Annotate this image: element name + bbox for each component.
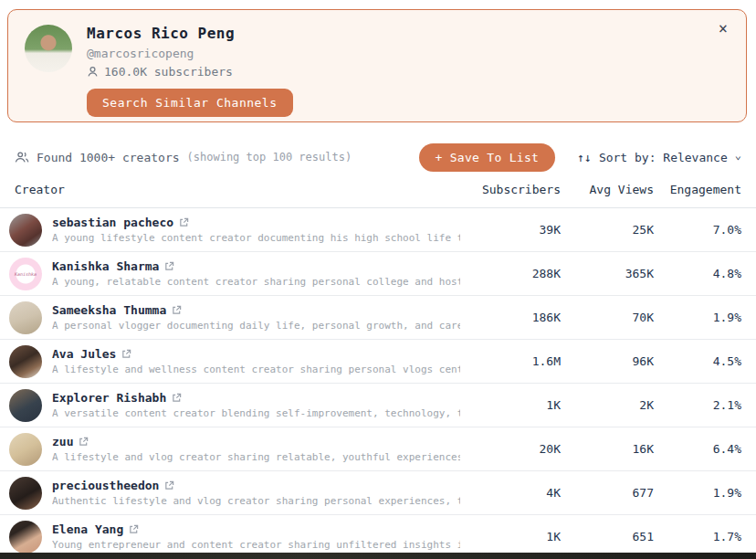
creator-description: A lifestyle and wellness content creator…: [52, 364, 460, 375]
external-link-icon[interactable]: [172, 305, 182, 315]
external-link-icon[interactable]: [129, 524, 139, 534]
creator-avatar: [9, 301, 42, 334]
avg-views-value: 677: [561, 486, 654, 500]
channel-subscribers: 160.0K subscribers: [87, 65, 293, 79]
creator-name-link[interactable]: Kanishka Sharma: [52, 259, 159, 273]
found-creators-text: Found 1000+ creators: [37, 151, 180, 164]
creator-description: A lifestyle and vlog creator sharing rel…: [52, 451, 460, 463]
results-count: Found 1000+ creators (showing top 100 re…: [15, 151, 352, 164]
sort-label: Sort by: Relevance: [599, 151, 728, 164]
engagement-value: 1.9%: [654, 486, 741, 500]
creator-description: Authentic lifestyle and vlog creator sha…: [52, 495, 460, 507]
creator-cell: Sameeksha Thumma A personal vlogger docu…: [9, 301, 460, 334]
external-link-icon[interactable]: [179, 217, 189, 227]
selected-channel-card: Marcos Rico Peng @marcosricopeng 160.0K …: [7, 9, 747, 122]
table-row[interactable]: zuu A lifestyle and vlog creator sharing…: [0, 427, 756, 471]
plus-icon: +: [436, 151, 443, 164]
external-link-icon[interactable]: [121, 349, 131, 359]
creator-description: A versatile content creator blending sel…: [52, 407, 460, 419]
creator-avatar: [9, 433, 42, 466]
creator-name-link[interactable]: Elena Yang: [52, 522, 123, 536]
external-link-icon[interactable]: [79, 437, 89, 447]
channel-name: Marcos Rico Peng: [87, 25, 293, 42]
search-similar-channels-button[interactable]: Search Similar Channels: [87, 89, 293, 117]
engagement-value: 4.8%: [654, 267, 741, 280]
channel-info: Marcos Rico Peng @marcosricopeng 160.0K …: [87, 25, 293, 107]
creator-name-link[interactable]: Ava Jules: [52, 347, 116, 361]
subscribers-value: 288K: [460, 267, 561, 280]
engagement-value: 7.0%: [654, 223, 741, 237]
subscribers-value: 4K: [460, 486, 561, 500]
showing-results-text: (showing top 100 results): [187, 151, 352, 163]
avg-views-value: 70K: [561, 311, 654, 324]
creator-description: A young, relatable content creator shari…: [52, 276, 460, 288]
creator-name-link[interactable]: Sameeksha Thumma: [52, 303, 166, 317]
subscribers-value: 39K: [460, 223, 561, 237]
table-row[interactable]: Explorer Rishabh A versatile content cre…: [0, 384, 756, 427]
creator-cell: zuu A lifestyle and vlog creator sharing…: [9, 433, 460, 466]
column-header-subscribers: Subscribers: [460, 183, 561, 196]
avg-views-value: 16K: [561, 442, 654, 456]
creator-cell: Explorer Rishabh A versatile content cre…: [9, 389, 460, 422]
creator-description: Young entrepreneur and content creator s…: [52, 539, 460, 551]
creator-name-link[interactable]: Explorer Rishabh: [52, 391, 166, 405]
engagement-value: 6.4%: [654, 442, 741, 456]
avg-views-value: 365K: [561, 267, 654, 280]
table-header: Creator Subscribers Avg Views Engagement: [0, 172, 756, 208]
subscribers-value: 1K: [460, 398, 561, 412]
creator-avatar: [9, 521, 42, 554]
window-bottom-edge: [0, 553, 756, 559]
engagement-value: 1.9%: [654, 311, 741, 324]
person-icon: [87, 66, 99, 78]
engagement-value: 1.7%: [654, 530, 741, 543]
external-link-icon[interactable]: [164, 261, 174, 271]
close-icon[interactable]: ×: [719, 21, 728, 37]
column-header-engagement: Engagement: [654, 183, 741, 196]
creator-avatar: [9, 345, 42, 378]
external-link-icon[interactable]: [164, 480, 174, 490]
creator-avatar: [9, 389, 42, 422]
creator-description: A personal vlogger documenting daily lif…: [52, 320, 460, 332]
results-bar: Found 1000+ creators (showing top 100 re…: [0, 142, 756, 172]
table-row[interactable]: Sameeksha Thumma A personal vlogger docu…: [0, 296, 756, 340]
avg-views-value: 96K: [561, 354, 654, 368]
channel-handle: @marcosricopeng: [87, 47, 293, 60]
sort-arrows-icon: ↑↓: [577, 151, 592, 164]
creator-name-link[interactable]: zuu: [52, 435, 73, 448]
table-row[interactable]: Kanishka Sharma A young, relatable conte…: [0, 252, 756, 296]
creator-cell: Elena Yang Young entrepreneur and conten…: [9, 521, 460, 554]
creator-cell: precioustheedon Authentic lifestyle and …: [9, 477, 460, 510]
engagement-value: 2.1%: [654, 398, 741, 412]
chevron-down-icon: ⌄: [735, 149, 741, 162]
creator-cell: Ava Jules A lifestyle and wellness conte…: [9, 345, 460, 378]
table-row[interactable]: sebastian pacheco A young lifestyle cont…: [0, 208, 756, 252]
creator-avatar: [9, 477, 42, 510]
subscribers-value: 20K: [460, 442, 561, 456]
avg-views-value: 2K: [561, 398, 654, 412]
column-header-avg-views: Avg Views: [561, 183, 654, 196]
sort-dropdown[interactable]: ↑↓ Sort by: Relevance ⌄: [577, 151, 741, 164]
engagement-value: 4.5%: [654, 354, 741, 368]
creator-avatar: [9, 214, 42, 247]
column-header-creator: Creator: [15, 183, 460, 196]
subscribers-value: 1.6M: [460, 354, 561, 368]
channel-subscribers-label: 160.0K subscribers: [104, 65, 233, 79]
table-row[interactable]: precioustheedon Authentic lifestyle and …: [0, 471, 756, 515]
table-body: sebastian pacheco A young lifestyle cont…: [0, 208, 756, 559]
creator-cell: Kanishka Sharma A young, relatable conte…: [9, 258, 460, 290]
creator-name-link[interactable]: precioustheedon: [52, 479, 159, 492]
creator-description: A young lifestyle content creator docume…: [52, 232, 460, 244]
channel-avatar: [25, 25, 72, 72]
people-icon: [15, 151, 29, 163]
save-to-list-button[interactable]: + Save To List: [419, 143, 556, 172]
table-row[interactable]: Ava Jules A lifestyle and wellness conte…: [0, 340, 756, 384]
creator-name-link[interactable]: sebastian pacheco: [52, 216, 173, 229]
subscribers-value: 186K: [460, 311, 561, 324]
creator-avatar: [9, 258, 42, 290]
subscribers-value: 1K: [460, 530, 561, 543]
external-link-icon[interactable]: [172, 393, 182, 403]
avg-views-value: 25K: [561, 223, 654, 237]
avg-views-value: 651: [561, 530, 654, 543]
creator-cell: sebastian pacheco A young lifestyle cont…: [9, 214, 460, 247]
save-to-list-label: Save To List: [450, 151, 540, 164]
